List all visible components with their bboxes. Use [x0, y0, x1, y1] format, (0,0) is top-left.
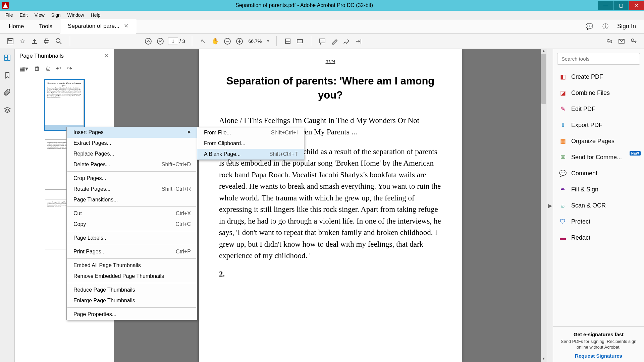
page-thumbnail-1[interactable]: Separation of parents: 'Where am I among…	[45, 80, 84, 130]
thumb-rotate-ccw-icon[interactable]: ↶	[56, 65, 61, 72]
page-up-icon[interactable]	[144, 37, 153, 46]
tool-edit-pdf[interactable]: ✎Edit PDF	[553, 101, 644, 117]
svg-rect-12	[320, 39, 325, 43]
thumb-print-icon[interactable]: ⎙	[46, 65, 50, 72]
thumbnail-tools: ▦▾ 🗑 ⎙ ↶ ↷	[15, 63, 114, 77]
rightpane-collapse-handle[interactable]: ▶	[547, 49, 553, 362]
save-icon[interactable]	[6, 37, 15, 46]
star-icon[interactable]: ☆	[18, 37, 27, 46]
ctx-crop-pages-[interactable]: Crop Pages...	[67, 173, 197, 184]
document-scrollbar[interactable]: ▲ ▼	[541, 49, 547, 362]
zoom-value[interactable]: 66.7%	[247, 38, 263, 45]
ctx-embed-all-page-thumbnails[interactable]: Embed All Page Thumbnails	[67, 260, 197, 271]
close-button[interactable]: ✕	[629, 1, 644, 10]
tab-home-label: Home	[9, 23, 24, 29]
ctx-extract-pages-[interactable]: Extract Pages...	[67, 138, 197, 148]
menu-view[interactable]: View	[31, 11, 48, 19]
link-icon[interactable]	[605, 37, 614, 46]
tab-close-icon[interactable]: ✕	[124, 23, 128, 29]
page-current-input[interactable]	[168, 38, 178, 45]
tool-export-pdf[interactable]: ⇩Export PDF	[553, 117, 644, 133]
help-icon[interactable]: ⓘ	[601, 22, 610, 31]
ctx-sub-a-blank-page-[interactable]: A Blank Page...Shift+Ctrl+T	[197, 149, 304, 160]
ctx-copy[interactable]: CopyCtrl+C	[67, 219, 197, 230]
maximize-button[interactable]: ▢	[613, 1, 629, 10]
svg-point-6	[145, 38, 151, 44]
ctx-sub-from-file-[interactable]: From File...Shift+Ctrl+I	[197, 127, 304, 138]
tool-fill-sign[interactable]: ✒Fill & Sign	[553, 181, 644, 197]
email-icon[interactable]	[617, 37, 626, 46]
tool-icon: ✒	[559, 186, 567, 193]
upload-icon[interactable]	[30, 37, 39, 46]
close-thumbnails-icon[interactable]: ✕	[104, 52, 109, 60]
hand-tool-icon[interactable]: ✋	[211, 37, 220, 46]
signin-link[interactable]: Sign In	[617, 23, 636, 30]
zoom-out-icon[interactable]	[223, 37, 232, 46]
fit-width-icon[interactable]	[283, 37, 292, 46]
tool-combine-files[interactable]: ◪Combine Files	[553, 85, 644, 101]
thumbnails-icon[interactable]	[3, 54, 11, 62]
thumb-rotate-cw-icon[interactable]: ↷	[67, 65, 72, 72]
ctx-page-labels-[interactable]: Page Labels...	[67, 233, 197, 243]
minimize-button[interactable]: —	[598, 1, 613, 10]
print-icon[interactable]	[42, 37, 51, 46]
ctx-label: Crop Pages...	[73, 175, 106, 181]
tool-comment[interactable]: 💬Comment	[553, 165, 644, 181]
bookmark-icon[interactable]	[3, 71, 11, 79]
tool-label: Send for Comme...	[571, 154, 622, 161]
tool-icon: ✉	[559, 154, 567, 161]
zoom-in-icon[interactable]	[235, 37, 244, 46]
highlight-icon[interactable]	[330, 37, 339, 46]
share-icon[interactable]	[629, 37, 638, 46]
search-icon[interactable]	[54, 37, 63, 46]
ctx-page-transitions-[interactable]: Page Transitions...	[67, 194, 197, 205]
fit-page-icon[interactable]	[296, 37, 304, 46]
selection-tool-icon[interactable]: ↖	[199, 37, 208, 46]
tab-document[interactable]: Separation of pare... ✕	[60, 19, 136, 34]
svg-point-7	[157, 38, 163, 44]
ctx-page-properties-[interactable]: Page Properties...	[67, 309, 197, 320]
page-down-icon[interactable]	[156, 37, 165, 46]
app-icon	[2, 2, 9, 9]
menu-help[interactable]: Help	[88, 11, 104, 19]
ctx-print-pages-[interactable]: Print Pages...Ctrl+P	[67, 246, 197, 257]
ctx-enlarge-page-thumbnails[interactable]: Enlarge Page Thumbnails	[67, 295, 197, 306]
tool-label: Create PDF	[571, 73, 603, 80]
ctx-delete-pages-[interactable]: Delete Pages...Shift+Ctrl+D	[67, 159, 197, 170]
sign-icon[interactable]	[342, 37, 351, 46]
ctx-cut[interactable]: CutCtrl+X	[67, 208, 197, 219]
thumb-options-icon[interactable]: ▦▾	[19, 65, 28, 72]
tab-home[interactable]: Home	[1, 20, 32, 33]
new-badge: NEW	[630, 151, 641, 156]
ctx-sub-from-clipboard-[interactable]: From Clipboard...	[197, 138, 304, 149]
ctx-shortcut: Ctrl+P	[176, 249, 191, 255]
tab-tools[interactable]: Tools	[32, 20, 60, 33]
attachment-icon[interactable]	[3, 88, 11, 97]
ctx-remove-embedded-page-thumbnails[interactable]: Remove Embedded Page Thumbnails	[67, 271, 197, 282]
submenu-arrow-icon: ▶	[188, 129, 191, 135]
ctx-reduce-page-thumbnails[interactable]: Reduce Page Thumbnails	[67, 285, 197, 295]
comment-icon[interactable]	[318, 37, 327, 46]
menu-edit[interactable]: Edit	[16, 11, 31, 19]
more-tools-icon[interactable]	[354, 37, 363, 46]
layers-icon[interactable]	[3, 106, 11, 114]
tool-scan-ocr[interactable]: ⌕Scan & OCR	[553, 197, 644, 214]
menu-file[interactable]: File	[2, 11, 16, 19]
ctx-rotate-pages-[interactable]: Rotate Pages...Shift+Ctrl+R	[67, 184, 197, 194]
tool-send-for-comme-[interactable]: ✉Send for Comme...NEW	[553, 149, 644, 165]
tool-organize-pages[interactable]: ▦Organize Pages	[553, 133, 644, 149]
request-signatures-link[interactable]: Request Signatures	[558, 353, 639, 359]
menu-sign[interactable]: Sign	[48, 11, 64, 19]
tool-create-pdf[interactable]: ◧Create PDF	[553, 69, 644, 85]
tool-protect[interactable]: 🛡Protect	[553, 214, 644, 230]
pdf-page: 0124 Separation of parents: 'Where am I …	[199, 49, 462, 362]
ctx-insert-pages[interactable]: Insert Pages▶From File...Shift+Ctrl+IFro…	[67, 127, 197, 138]
menu-window[interactable]: Window	[64, 11, 88, 19]
document-title: Separation of parents: 'Where am I among…	[219, 74, 442, 102]
tool-redact[interactable]: ▬Redact	[553, 230, 644, 246]
tool-icon: ⌕	[559, 202, 567, 209]
search-tools-input[interactable]	[557, 53, 640, 65]
ctx-replace-pages-[interactable]: Replace Pages...	[67, 148, 197, 159]
notifications-icon[interactable]: 💬	[585, 22, 594, 31]
thumb-delete-icon[interactable]: 🗑	[34, 65, 40, 72]
